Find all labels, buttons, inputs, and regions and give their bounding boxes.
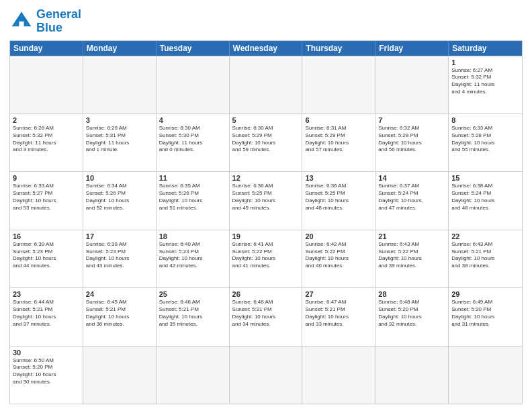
day-cell-30: 30Sunrise: 6:50 AM Sunset: 5:20 PM Dayli… (10, 347, 83, 404)
day-info: Sunrise: 6:35 AM Sunset: 5:26 PM Dayligh… (159, 183, 226, 212)
day-number: 5 (232, 116, 300, 124)
day-info: Sunrise: 6:36 AM Sunset: 5:25 PM Dayligh… (232, 183, 300, 212)
header-day-monday: Monday (83, 41, 157, 56)
header-day-sunday: Sunday (10, 41, 83, 56)
day-cell-10: 10Sunrise: 6:34 AM Sunset: 5:26 PM Dayli… (83, 172, 157, 229)
day-info: Sunrise: 6:48 AM Sunset: 5:20 PM Dayligh… (378, 299, 445, 328)
day-cell-16: 16Sunrise: 6:39 AM Sunset: 5:23 PM Dayli… (10, 230, 83, 287)
header-day-saturday: Saturday (449, 41, 522, 56)
day-cell-5: 5Sunrise: 6:30 AM Sunset: 5:29 PM Daylig… (230, 114, 303, 171)
header-day-friday: Friday (375, 41, 449, 56)
day-info: Sunrise: 6:33 AM Sunset: 5:28 PM Dayligh… (451, 125, 519, 154)
day-cell-21: 21Sunrise: 6:43 AM Sunset: 5:22 PM Dayli… (375, 230, 449, 287)
day-number: 4 (159, 116, 226, 124)
calendar-header-row: SundayMondayTuesdayWednesdayThursdayFrid… (10, 41, 522, 56)
day-info: Sunrise: 6:27 AM Sunset: 5:32 PM Dayligh… (451, 67, 519, 96)
logo: General Blue (9, 8, 81, 35)
day-number: 26 (232, 290, 300, 298)
day-cell-20: 20Sunrise: 6:42 AM Sunset: 5:22 PM Dayli… (302, 230, 375, 287)
day-number: 30 (13, 349, 80, 357)
day-cell-25: 25Sunrise: 6:46 AM Sunset: 5:21 PM Dayli… (157, 288, 230, 345)
day-info: Sunrise: 6:42 AM Sunset: 5:22 PM Dayligh… (305, 241, 372, 270)
day-info: Sunrise: 6:32 AM Sunset: 5:28 PM Dayligh… (378, 125, 445, 154)
day-number: 12 (232, 174, 300, 182)
day-cell-23: 23Sunrise: 6:44 AM Sunset: 5:21 PM Dayli… (10, 288, 83, 345)
day-info: Sunrise: 6:31 AM Sunset: 5:29 PM Dayligh… (305, 125, 372, 154)
day-number: 22 (451, 232, 519, 240)
day-info: Sunrise: 6:46 AM Sunset: 5:21 PM Dayligh… (159, 299, 226, 328)
empty-cell (375, 347, 449, 404)
day-info: Sunrise: 6:41 AM Sunset: 5:22 PM Dayligh… (232, 241, 300, 270)
empty-cell (302, 56, 375, 113)
day-number: 7 (378, 116, 445, 124)
day-cell-11: 11Sunrise: 6:35 AM Sunset: 5:26 PM Dayli… (157, 172, 230, 229)
day-number: 21 (378, 232, 445, 240)
header: General Blue (9, 8, 523, 35)
day-number: 25 (159, 290, 226, 298)
day-info: Sunrise: 6:46 AM Sunset: 5:21 PM Dayligh… (232, 299, 300, 328)
calendar-week-2: 9Sunrise: 6:33 AM Sunset: 5:27 PM Daylig… (10, 171, 522, 229)
day-info: Sunrise: 6:37 AM Sunset: 5:24 PM Dayligh… (378, 183, 445, 212)
day-info: Sunrise: 6:39 AM Sunset: 5:23 PM Dayligh… (13, 241, 80, 270)
day-info: Sunrise: 6:44 AM Sunset: 5:21 PM Dayligh… (13, 299, 80, 328)
day-number: 18 (159, 232, 226, 240)
day-cell-13: 13Sunrise: 6:36 AM Sunset: 5:25 PM Dayli… (302, 172, 375, 229)
day-info: Sunrise: 6:36 AM Sunset: 5:25 PM Dayligh… (305, 183, 372, 212)
empty-cell (83, 347, 157, 404)
day-cell-7: 7Sunrise: 6:32 AM Sunset: 5:28 PM Daylig… (375, 114, 449, 171)
logo-icon (9, 9, 34, 34)
day-info: Sunrise: 6:40 AM Sunset: 5:23 PM Dayligh… (159, 241, 226, 270)
day-number: 11 (159, 174, 226, 182)
day-info: Sunrise: 6:43 AM Sunset: 5:22 PM Dayligh… (378, 241, 445, 270)
day-number: 13 (305, 174, 372, 182)
calendar-page: General Blue SundayMondayTuesdayWednesda… (0, 0, 532, 411)
empty-cell (375, 56, 449, 113)
day-cell-18: 18Sunrise: 6:40 AM Sunset: 5:23 PM Dayli… (157, 230, 230, 287)
calendar-week-5: 30Sunrise: 6:50 AM Sunset: 5:20 PM Dayli… (10, 346, 522, 404)
day-info: Sunrise: 6:28 AM Sunset: 5:32 PM Dayligh… (13, 125, 80, 154)
day-cell-14: 14Sunrise: 6:37 AM Sunset: 5:24 PM Dayli… (375, 172, 449, 229)
day-cell-12: 12Sunrise: 6:36 AM Sunset: 5:25 PM Dayli… (230, 172, 303, 229)
day-cell-27: 27Sunrise: 6:47 AM Sunset: 5:21 PM Dayli… (302, 288, 375, 345)
day-cell-19: 19Sunrise: 6:41 AM Sunset: 5:22 PM Dayli… (230, 230, 303, 287)
calendar-body: 1Sunrise: 6:27 AM Sunset: 5:32 PM Daylig… (10, 56, 522, 404)
svg-rect-1 (19, 21, 24, 28)
day-number: 14 (378, 174, 445, 182)
day-cell-22: 22Sunrise: 6:43 AM Sunset: 5:21 PM Dayli… (449, 230, 522, 287)
day-info: Sunrise: 6:47 AM Sunset: 5:21 PM Dayligh… (305, 299, 372, 328)
header-day-tuesday: Tuesday (157, 41, 230, 56)
day-info: Sunrise: 6:49 AM Sunset: 5:20 PM Dayligh… (451, 299, 519, 328)
day-number: 29 (451, 290, 519, 298)
day-number: 2 (13, 116, 80, 124)
calendar-week-4: 23Sunrise: 6:44 AM Sunset: 5:21 PM Dayli… (10, 287, 522, 345)
day-number: 28 (378, 290, 445, 298)
day-number: 24 (86, 290, 153, 298)
day-cell-3: 3Sunrise: 6:29 AM Sunset: 5:31 PM Daylig… (83, 114, 157, 171)
empty-cell (157, 347, 230, 404)
day-number: 19 (232, 232, 300, 240)
day-info: Sunrise: 6:30 AM Sunset: 5:30 PM Dayligh… (159, 125, 226, 154)
day-number: 8 (451, 116, 519, 124)
empty-cell (230, 56, 303, 113)
day-number: 20 (305, 232, 372, 240)
day-info: Sunrise: 6:29 AM Sunset: 5:31 PM Dayligh… (86, 125, 153, 154)
header-day-wednesday: Wednesday (230, 41, 303, 56)
day-cell-17: 17Sunrise: 6:39 AM Sunset: 5:23 PM Dayli… (83, 230, 157, 287)
day-cell-2: 2Sunrise: 6:28 AM Sunset: 5:32 PM Daylig… (10, 114, 83, 171)
day-number: 17 (86, 232, 153, 240)
day-number: 9 (13, 174, 80, 182)
logo-text: General Blue (36, 8, 81, 35)
day-number: 3 (86, 116, 153, 124)
day-info: Sunrise: 6:39 AM Sunset: 5:23 PM Dayligh… (86, 241, 153, 270)
day-cell-6: 6Sunrise: 6:31 AM Sunset: 5:29 PM Daylig… (302, 114, 375, 171)
calendar-week-3: 16Sunrise: 6:39 AM Sunset: 5:23 PM Dayli… (10, 230, 522, 287)
empty-cell (157, 56, 230, 113)
day-info: Sunrise: 6:50 AM Sunset: 5:20 PM Dayligh… (13, 357, 80, 386)
empty-cell (302, 347, 375, 404)
calendar: SundayMondayTuesdayWednesdayThursdayFrid… (9, 40, 523, 404)
day-number: 23 (13, 290, 80, 298)
day-cell-1: 1Sunrise: 6:27 AM Sunset: 5:32 PM Daylig… (449, 56, 522, 113)
day-number: 16 (13, 232, 80, 240)
empty-cell (10, 56, 83, 113)
day-info: Sunrise: 6:45 AM Sunset: 5:21 PM Dayligh… (86, 299, 153, 328)
